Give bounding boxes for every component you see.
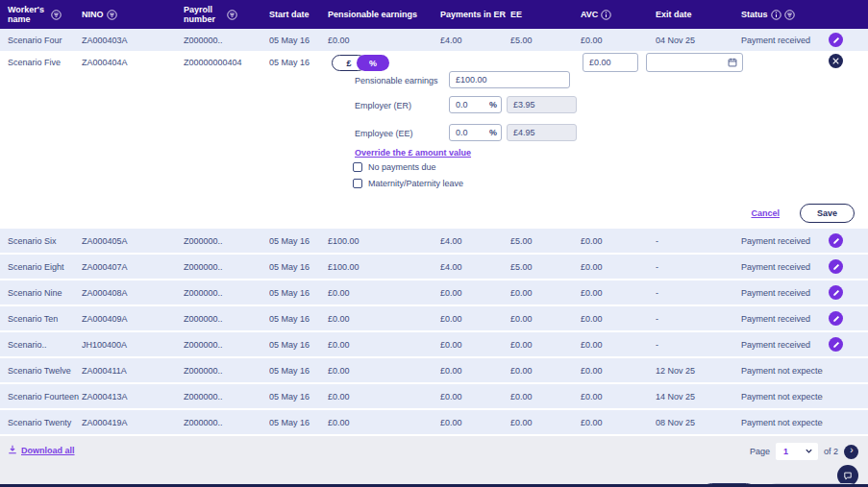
nino-cell: ZA000403A	[82, 29, 184, 51]
avc-cell: £0.00	[581, 332, 656, 356]
pensionable-earnings-label: Pensionable earnings	[355, 76, 438, 85]
avc-cell: £0.00	[581, 358, 656, 382]
filter-icon[interactable]	[51, 10, 62, 20]
avc-cell: £0.00	[581, 280, 656, 304]
table-row: Scenario Ten ZA000409A Z000000.. 05 May …	[0, 306, 868, 330]
download-all-label: Download all	[21, 446, 75, 455]
avc-cell: £0.00	[581, 384, 656, 408]
checkbox-icon[interactable]	[353, 162, 362, 172]
edit-row-button[interactable]	[829, 337, 843, 352]
table-row: Scenario Eight ZA000407A Z000000.. 05 Ma…	[0, 255, 868, 279]
avc-cell: £0.00	[581, 255, 656, 279]
status-cell: Payment not expected	[741, 358, 823, 382]
pensionable-cell: £0.00	[328, 306, 440, 330]
checkbox-icon[interactable]	[353, 179, 362, 188]
payroll-cell: Z000000..	[184, 229, 269, 253]
status-cell: Payment received	[741, 29, 823, 51]
employee-amount-field: £4.95	[507, 124, 577, 141]
payroll-cell: Z000000..	[184, 255, 269, 279]
page-label: Page	[750, 447, 770, 456]
close-icon	[832, 58, 839, 64]
edit-row-button[interactable]	[829, 285, 843, 300]
maternity-leave-checkbox[interactable]: Maternity/Paternity leave	[353, 179, 463, 188]
start-date-cell: 05 May 16	[269, 280, 328, 304]
worker-name-cell: Scenario Four	[0, 29, 82, 51]
filter-icon[interactable]	[227, 10, 237, 20]
page-select[interactable]: 1	[776, 443, 818, 460]
employee-rate-input[interactable]	[449, 124, 502, 141]
override-amount-link[interactable]: Override the £ amount value	[355, 148, 471, 158]
table-row: Scenario Twelve ZA000411A Z000000.. 05 M…	[0, 358, 868, 382]
worker-name-cell: Scenario Nine	[0, 280, 82, 304]
payroll-cell: Z000000..	[184, 280, 269, 304]
pencil-icon	[832, 237, 840, 245]
nino-cell: ZA000413A	[82, 384, 184, 408]
status-cell: Payment not expected	[741, 410, 823, 434]
download-all-link[interactable]: Download all	[8, 445, 75, 456]
worker-name-cell: Scenario..	[0, 332, 82, 356]
filter-icon[interactable]	[784, 10, 795, 20]
column-header-payroll-number: Payroll number	[184, 0, 269, 29]
avc-cell: £0.00	[581, 229, 656, 253]
ee-cell: £0.00	[510, 358, 581, 382]
ee-cell: £0.00	[510, 280, 581, 304]
payroll-cell: Z00000000404	[184, 58, 242, 67]
column-header-start-date: Start date	[269, 0, 328, 29]
employer-rate-input[interactable]	[449, 96, 502, 113]
table-row: Scenario Twenty ZA000419A Z000000.. 05 M…	[0, 410, 868, 434]
save-button[interactable]: Save	[800, 204, 855, 223]
next-page-button[interactable]: ›	[844, 445, 858, 459]
filter-icon[interactable]	[107, 10, 117, 20]
exit-date-cell: -	[656, 255, 741, 279]
pencil-icon	[832, 341, 840, 349]
start-date-cell: 05 May 16	[269, 384, 328, 408]
edit-row-button[interactable]	[829, 259, 843, 274]
column-header-avc: AVC	[581, 0, 656, 29]
chevron-down-icon	[805, 447, 813, 457]
start-date-cell: 05 May 16	[269, 29, 328, 51]
status-cell: Payment received	[741, 332, 823, 356]
column-header-actions	[823, 0, 868, 29]
chat-icon	[843, 470, 853, 481]
info-icon[interactable]	[771, 10, 781, 20]
page-count-label: of 2	[824, 447, 838, 456]
pensionable-cell: £0.00	[328, 410, 440, 434]
edit-row-button[interactable]	[829, 311, 843, 326]
start-date-cell: 05 May 16	[269, 58, 310, 67]
edit-row-button[interactable]	[829, 233, 843, 248]
avc-cell: £0.00	[581, 306, 656, 330]
close-editor-button[interactable]	[829, 54, 843, 68]
ee-cell: £0.00	[510, 384, 581, 408]
download-icon	[8, 445, 17, 456]
column-header-payments-in-er: Payments in ER	[440, 0, 510, 29]
avc-input[interactable]	[583, 53, 638, 72]
percent-toggle-button[interactable]: %	[357, 55, 389, 71]
start-date-cell: 05 May 16	[269, 229, 328, 253]
row-editor: Scenario Five ZA000404A Z00000000404 05 …	[0, 53, 868, 226]
table-row: Scenario Four ZA000403A Z000000.. 05 May…	[0, 29, 868, 51]
employer-amount-field: £3.95	[507, 96, 577, 113]
no-payments-due-checkbox[interactable]: No payments due	[353, 162, 436, 172]
pagination: Page 1 of 2 ›	[750, 443, 858, 460]
worker-name-cell: Scenario Twenty	[0, 410, 82, 434]
info-icon[interactable]	[601, 10, 611, 20]
table-row: Scenario.. JH100400A Z000000.. 05 May 16…	[0, 332, 868, 356]
cancel-link[interactable]: Cancel	[751, 208, 780, 218]
pensionable-earnings-input[interactable]	[449, 71, 570, 88]
pensionable-cell: £0.00	[328, 29, 440, 51]
er-cell: £0.00	[440, 410, 510, 434]
edit-row-button[interactable]	[829, 33, 843, 47]
page-select-value: 1	[783, 447, 788, 456]
status-cell: Payment received	[741, 229, 823, 253]
start-date-cell: 05 May 16	[269, 358, 328, 382]
column-header-workers-name: Worker's name	[0, 0, 82, 29]
table-header: Worker's name NINO Payroll number Start …	[0, 0, 868, 29]
table-footer: Download all Page 1 of 2 › Back Submit c…	[0, 436, 868, 487]
worker-name-cell: Scenario Twelve	[0, 358, 82, 382]
status-cell: Payment not expected	[741, 384, 823, 408]
pencil-icon	[832, 315, 840, 323]
payroll-cell: Z000000..	[184, 358, 269, 382]
exit-date-cell: 08 Nov 25	[656, 410, 741, 434]
exit-date-cell: 14 Nov 25	[656, 384, 741, 408]
calendar-icon[interactable]	[728, 58, 737, 69]
